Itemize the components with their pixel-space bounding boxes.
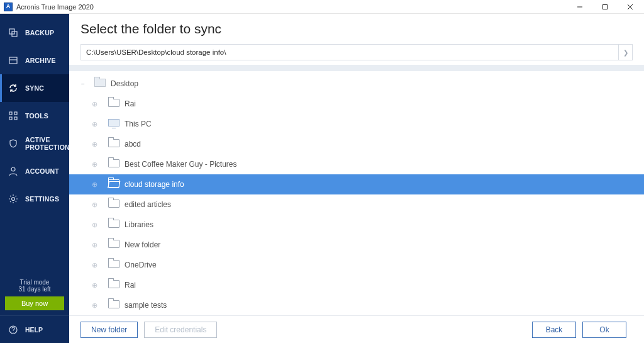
svg-rect-4 (9, 112, 12, 115)
edit-credentials-button: Edit credentials (144, 322, 217, 338)
folder-icon (108, 179, 121, 189)
sidebar: BACKUP ARCHIVE SYNC (0, 14, 69, 343)
tree-item-label: cloud storage info (125, 180, 184, 189)
tree-item-root[interactable]: −Desktop (69, 74, 644, 94)
tree-connector: ⊕ (87, 120, 102, 128)
tree-item-label: Rai (125, 99, 136, 108)
tree-connector: ⊕ (87, 261, 102, 269)
folder-icon (108, 300, 121, 310)
sidebar-item-tools[interactable]: TOOLS (0, 102, 69, 130)
svg-point-9 (12, 198, 15, 201)
tree-connector: ⊕ (87, 100, 102, 108)
tree-item[interactable]: ⊕New folder (69, 235, 644, 255)
sidebar-item-sync[interactable]: SYNC (0, 74, 69, 102)
tree-item-label: Rai (125, 281, 136, 290)
folder-icon (94, 79, 107, 89)
tree-connector: ⊕ (87, 301, 102, 310)
tree-connector: ⊕ (87, 281, 102, 290)
page-title: Select the folder to sync (80, 21, 633, 37)
tools-icon (8, 110, 19, 121)
folder-icon (108, 240, 121, 250)
tree-item[interactable]: ⊕This PC (69, 114, 644, 134)
tree-connector: ⊕ (87, 221, 102, 229)
tree-item[interactable]: ⊕edited articles (69, 194, 644, 215)
titlebar: A Acronis True Image 2020 (0, 0, 644, 14)
sidebar-item-settings[interactable]: SETTINGS (0, 185, 69, 213)
folder-icon (108, 159, 121, 169)
tree-item[interactable]: ⊕OneDrive (69, 255, 644, 275)
folder-tree[interactable]: −Desktop⊕Rai⊕This PC⊕abcd⊕Best Coffee Ma… (69, 64, 644, 315)
tree-item[interactable]: ⊕Best Coffee Maker Guy - Pictures (69, 154, 644, 174)
sidebar-item-label: SETTINGS (25, 195, 59, 203)
sidebar-item-label: ACCOUNT (25, 167, 59, 175)
sidebar-item-backup[interactable]: BACKUP (0, 19, 69, 47)
folder-icon (108, 200, 121, 210)
path-input[interactable] (80, 44, 619, 60)
tree-item[interactable]: ⊕Rai (69, 275, 644, 295)
maximize-button[interactable] (592, 0, 618, 14)
sidebar-item-account[interactable]: ACCOUNT (0, 157, 69, 185)
buy-now-button[interactable]: Buy now (5, 296, 64, 310)
gear-icon (8, 193, 19, 205)
svg-rect-5 (14, 112, 17, 115)
svg-rect-7 (14, 117, 17, 120)
sidebar-item-label: SYNC (25, 84, 44, 92)
ok-button[interactable]: Ok (582, 322, 626, 338)
tree-item-label: Desktop (111, 79, 138, 88)
tree-connector: ⊕ (87, 160, 102, 169)
folder-icon (108, 260, 121, 270)
window-title: Acronis True Image 2020 (16, 3, 94, 11)
folder-icon (108, 99, 121, 109)
help-icon (8, 324, 19, 335)
trial-status: Trial mode 31 days left (0, 276, 69, 296)
sidebar-item-label: TOOLS (25, 112, 48, 120)
back-button[interactable]: Back (532, 322, 576, 338)
new-folder-button[interactable]: New folder (80, 322, 138, 338)
tree-connector: ⊕ (87, 181, 102, 189)
tree-connector: ⊕ (87, 140, 102, 149)
archive-icon (8, 55, 19, 66)
shield-icon (8, 138, 19, 149)
sidebar-item-active-protection[interactable]: ACTIVE PROTECTION (0, 130, 69, 157)
folder-icon (108, 139, 121, 149)
backup-icon (8, 27, 19, 38)
path-go-button[interactable]: ❯ (619, 44, 633, 60)
svg-point-8 (11, 167, 15, 171)
trial-line1: Trial mode (5, 279, 64, 286)
sidebar-item-archive[interactable]: ARCHIVE (0, 47, 69, 74)
tree-item-label: OneDrive (125, 261, 157, 269)
sidebar-item-label: HELP (25, 326, 43, 334)
svg-rect-3 (9, 57, 17, 64)
folder-icon (108, 280, 121, 290)
app-icon: A (4, 3, 13, 11)
sidebar-item-label: ARCHIVE (25, 57, 56, 64)
tree-item-label: Best Coffee Maker Guy - Pictures (125, 160, 237, 169)
tree-item-label: This PC (125, 120, 152, 128)
trial-line2: 31 days left (5, 286, 64, 293)
tree-item[interactable]: ⊕abcd (69, 134, 644, 154)
sync-icon (8, 82, 19, 94)
sidebar-item-help[interactable]: HELP (0, 315, 69, 343)
sidebar-item-label: BACKUP (25, 29, 54, 37)
tree-connector: ⊕ (87, 241, 102, 249)
tree-item-label: New folder (125, 240, 160, 249)
tree-item-label: Libraries (125, 220, 153, 229)
tree-item[interactable]: ⊕Libraries (69, 215, 644, 235)
tree-item-label: abcd (125, 140, 141, 149)
monitor-icon (108, 119, 121, 129)
tree-item[interactable]: ⊕Rai (69, 94, 644, 114)
tree-item[interactable]: ⊕sample tests (69, 295, 644, 315)
tree-item[interactable]: ⊕cloud storage info (69, 174, 644, 194)
sidebar-item-label: ACTIVE PROTECTION (25, 136, 70, 151)
folder-icon (108, 220, 121, 230)
svg-rect-0 (603, 4, 608, 9)
close-button[interactable] (618, 0, 643, 14)
collapse-icon[interactable]: − (78, 81, 88, 87)
tree-connector: ⊕ (87, 201, 102, 209)
svg-rect-6 (9, 117, 12, 120)
tree-item-label: sample tests (125, 301, 167, 310)
minimize-button[interactable] (567, 0, 592, 14)
chevron-right-icon: ❯ (623, 49, 628, 56)
tree-item-label: edited articles (125, 200, 171, 209)
bottom-bar: New folder Edit credentials Back Ok (69, 315, 644, 343)
